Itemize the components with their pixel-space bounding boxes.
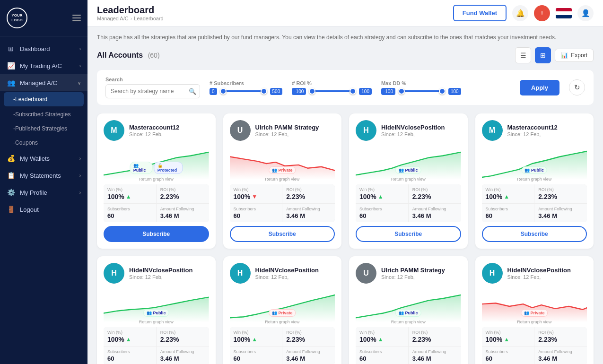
grid-view-button[interactable]: ⊞ xyxy=(535,47,551,63)
avatar: H xyxy=(482,263,503,284)
strategy-name: HideINVclosePosition xyxy=(255,267,319,275)
managed-icon: 👥 xyxy=(7,79,15,87)
strategy-card: U Ulrich PAMM Strategy Since: 12 Feb, Re… xyxy=(349,256,468,364)
language-flag-icon[interactable] xyxy=(556,8,572,18)
sidebar-item-leaderboard[interactable]: -Leaderboard xyxy=(4,92,84,106)
card-info: Masteraccount12 Since: 12 Feb, xyxy=(129,124,179,138)
roi-value: 2.23% xyxy=(286,336,331,343)
win-value: 100% ▲ xyxy=(359,193,404,200)
subscribers-range-track[interactable] xyxy=(220,90,267,92)
trading-icon: 📈 xyxy=(7,62,15,69)
sidebar-item-my-wallets[interactable]: 💰 My Wallets › xyxy=(0,150,87,167)
amount-stat: Amount Following 3.46 M xyxy=(157,347,209,364)
subscribe-button[interactable]: Subscribe xyxy=(482,226,587,242)
roi-range-track[interactable] xyxy=(309,90,356,92)
subscribers-stat: Subscribers 60 xyxy=(230,204,282,222)
roi-max-thumb[interactable] xyxy=(350,88,356,95)
chart-area: Return graph view 👥 Public xyxy=(356,145,461,182)
sidebar-item-my-trading[interactable]: 📈 My Trading A/C › xyxy=(0,57,87,74)
amount-label: Amount Following xyxy=(286,349,331,354)
amount-value: 3.46 M xyxy=(412,355,457,362)
visibility-badge: 👥 Private xyxy=(521,309,548,317)
alerts-icon[interactable]: ! xyxy=(534,5,550,21)
sidebar-item-managed[interactable]: 👥 Managed A/C ∨ xyxy=(0,74,87,91)
subscribers-max-bubble: 500 xyxy=(270,88,283,95)
maxdd-min-thumb[interactable] xyxy=(398,88,405,95)
search-icon[interactable]: 🔍 xyxy=(189,88,196,95)
roi-stat: ROI (%) 2.23% xyxy=(534,327,587,346)
sidebar-item-coupons[interactable]: -Coupons xyxy=(0,136,87,150)
subscribers-min-thumb[interactable] xyxy=(220,88,227,95)
maxdd-max-thumb[interactable] xyxy=(439,88,446,95)
user-avatar[interactable]: 👤 xyxy=(577,5,594,21)
strategy-card: M Masteraccount12 Since: 12 Feb, Return … xyxy=(475,113,594,249)
card-header: U Ulrich PAMM Strategy Since: 12 Feb, xyxy=(230,120,335,141)
avatar: H xyxy=(104,263,124,284)
roi-min-thumb[interactable] xyxy=(309,88,315,95)
export-button[interactable]: 📊 Export xyxy=(555,49,594,62)
chart-label: Return graph view xyxy=(391,177,426,182)
sidebar-item-subscribed[interactable]: -Subscribed Strategies xyxy=(0,107,87,121)
sidebar-item-dashboard[interactable]: ⊞ Dashboard › xyxy=(0,40,87,57)
hamburger-menu[interactable] xyxy=(72,15,81,21)
sidebar-logo: YOUR LOGO xyxy=(0,0,87,36)
maxdd-range-track[interactable] xyxy=(398,90,446,92)
amount-stat: Amount Following 3.46 M xyxy=(534,347,587,364)
card-header: H HideINVclosePosition Since: 12 Feb, xyxy=(104,263,209,284)
roi-label: # ROI % xyxy=(292,80,372,86)
strategy-card: M Masteraccount12 Since: 12 Feb, Return … xyxy=(97,113,216,249)
chart-area: Return graph view 👥 Public xyxy=(356,287,461,325)
chart-badge: 👥 Private xyxy=(269,166,296,174)
list-view-button[interactable]: ☰ xyxy=(515,47,531,63)
visibility-badge: 👥 Public xyxy=(130,162,153,174)
card-header: U Ulrich PAMM Strategy Since: 12 Feb, xyxy=(356,263,461,284)
refresh-button[interactable]: ↻ xyxy=(569,79,585,95)
top-header: Leaderboard Managed A/C › Leaderboard Fu… xyxy=(87,0,603,26)
roi-value: 2.23% xyxy=(160,336,205,343)
card-info: Ulrich PAMM Strategy Since: 12 Feb, xyxy=(255,124,319,138)
strategy-since: Since: 12 Feb, xyxy=(507,131,558,137)
subscribers-filter: # Subscribers 0 500 xyxy=(210,80,282,95)
subscribe-button[interactable]: Subscribe xyxy=(230,226,335,242)
win-stat: Win (%) 100% ▲ xyxy=(482,184,534,203)
sidebar-item-published[interactable]: -Published Strategies xyxy=(0,121,87,136)
card-stats: Win (%) 100% ▲ ROI (%) 2.23% Subscribers… xyxy=(356,327,461,364)
svg-marker-3 xyxy=(482,151,587,180)
amount-label: Amount Following xyxy=(412,207,457,211)
subscribers-label: # Subscribers xyxy=(210,80,282,86)
maxdd-max-bubble: 100 xyxy=(448,88,461,95)
chevron-down-icon: ∨ xyxy=(78,80,81,86)
amount-value: 3.46 M xyxy=(412,212,457,219)
profile-icon: ⚙️ xyxy=(7,189,15,196)
sidebar-item-logout[interactable]: 🚪 Logout xyxy=(0,201,87,218)
notifications-icon[interactable]: 🔔 xyxy=(512,5,528,21)
subscribers-value: 60 xyxy=(486,355,531,362)
amount-label: Amount Following xyxy=(538,207,583,211)
roi-label: ROI (%) xyxy=(160,187,205,192)
strategy-card: H HideINVclosePosition Since: 12 Feb, Re… xyxy=(97,256,216,364)
avatar: M xyxy=(104,120,124,141)
roi-stat: ROI (%) 2.23% xyxy=(534,184,587,203)
sidebar-item-my-statements[interactable]: 📋 My Statements › xyxy=(0,167,87,184)
chart-badge: 👥 Public xyxy=(395,309,421,317)
fund-wallet-button[interactable]: Fund Wallet xyxy=(453,5,507,21)
subscribers-stat: Subscribers 60 xyxy=(104,347,156,364)
chart-label: Return graph view xyxy=(139,177,174,182)
trend-up-icon: ▲ xyxy=(504,336,509,343)
visibility-badge: 👥 Private xyxy=(269,166,296,174)
apply-button[interactable]: Apply xyxy=(520,80,559,95)
visibility-badge: 👥 Private xyxy=(269,309,296,317)
roi-stat: ROI (%) 2.23% xyxy=(409,327,461,346)
trend-up-icon: ▲ xyxy=(378,193,384,200)
search-label: Search xyxy=(105,77,200,82)
card-header: H HideINVclosePosition Since: 12 Feb, xyxy=(356,120,461,141)
subscribers-value: 60 xyxy=(234,355,279,362)
card-info: HideINVclosePosition Since: 12 Feb, xyxy=(255,267,319,280)
chart-area: Return graph view 👥 Public xyxy=(104,287,209,325)
subscribe-button[interactable]: Subscribe xyxy=(104,226,209,242)
subscribers-value: 60 xyxy=(359,212,404,219)
subscribers-max-thumb[interactable] xyxy=(261,88,267,95)
sidebar-item-my-profile[interactable]: ⚙️ My Profile › xyxy=(0,184,87,201)
subscribe-button[interactable]: Subscribe xyxy=(356,226,461,242)
search-input[interactable] xyxy=(105,84,200,98)
